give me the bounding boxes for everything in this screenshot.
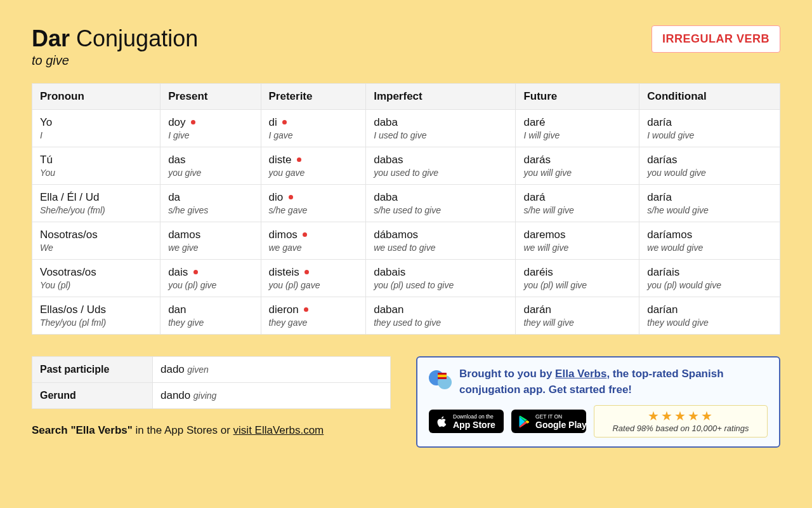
rating-text: Rated 98% based on 10,000+ ratings	[598, 424, 763, 433]
table-row: YoIdoy I givedi I gavedabaI used to give…	[32, 110, 780, 147]
gerund-label: Gerund	[32, 383, 153, 409]
conjugation-cell: daríasyou would give	[639, 147, 780, 185]
conjugation-cell: dio s/he gave	[261, 185, 366, 222]
participle-table: Past participle dado given Gerund dando …	[32, 356, 391, 409]
promo-text: Brought to you by Ella Verbs, the top-ra…	[459, 366, 768, 398]
table-column-header: Imperfect	[366, 84, 516, 110]
promo-box: Brought to you by Ella Verbs, the top-ra…	[416, 356, 780, 448]
conjugation-cell: darás/he will give	[516, 185, 639, 222]
conjugation-cell: dimos we gave	[261, 222, 366, 260]
conjugation-cell: dabas/he used to give	[366, 185, 516, 222]
past-participle-value: dado given	[153, 357, 391, 383]
table-row: Nosotras/osWedamoswe givedimos we gavedá…	[32, 222, 780, 260]
table-row: Ella / Él / UdShe/he/you (fml)das/he giv…	[32, 185, 780, 222]
conjugation-cell: doy I give	[160, 110, 261, 147]
irregular-dot-icon	[297, 157, 301, 162]
conjugation-cell: dabasyou used to give	[366, 147, 516, 185]
pronoun-cell: Vosotras/osYou (pl)	[32, 260, 160, 297]
conjugation-cell: disteis you (pl) gave	[261, 260, 366, 297]
conjugation-cell: dabaI used to give	[366, 110, 516, 147]
conjugation-cell: dieron they gave	[261, 297, 366, 335]
irregular-dot-icon	[282, 120, 287, 124]
conjugation-cell: daríamoswe would give	[639, 222, 780, 260]
conjugation-cell: dais you (pl) give	[160, 260, 261, 297]
apple-icon	[435, 415, 448, 428]
table-row: Vosotras/osYou (pl)dais you (pl) givedis…	[32, 260, 780, 297]
visit-ellaverbs-link[interactable]: visit EllaVerbs.com	[233, 424, 324, 436]
conjugation-cell: daríaisyou (pl) would give	[639, 260, 780, 297]
ellaverbs-logo-icon	[429, 366, 452, 389]
conjugation-cell: das/he gives	[160, 185, 261, 222]
table-column-header: Preterite	[261, 84, 366, 110]
google-play-icon	[518, 415, 530, 428]
table-column-header: Conditional	[639, 84, 780, 110]
pronoun-cell: Ella / Él / UdShe/he/you (fml)	[32, 185, 160, 222]
table-column-header: Future	[516, 84, 639, 110]
page-title: Dar Conjugation	[32, 25, 198, 52]
conjugation-cell: daréisyou (pl) will give	[516, 260, 639, 297]
pronoun-cell: YoI	[32, 110, 160, 147]
irregular-dot-icon	[303, 232, 307, 237]
google-play-badge[interactable]: GET IT ON Google Play	[511, 410, 586, 433]
conjugation-table: PronounPresentPreteriteImperfectFutureCo…	[32, 83, 780, 335]
conjugation-cell: damoswe give	[160, 222, 261, 260]
rating-box: ★★★★★ Rated 98% based on 10,000+ ratings	[594, 405, 768, 438]
conjugation-cell: daremoswe will give	[516, 222, 639, 260]
conjugation-cell: dábamoswe used to give	[366, 222, 516, 260]
conjugation-cell: daríanthey would give	[639, 297, 780, 335]
conjugation-cell: darásyou will give	[516, 147, 639, 185]
ellaverbs-link[interactable]: Ella Verbs	[555, 368, 606, 380]
conjugation-cell: danthey give	[160, 297, 261, 335]
table-row: TúYoudasyou givediste you gavedabasyou u…	[32, 147, 780, 185]
pronoun-cell: Nosotras/osWe	[32, 222, 160, 260]
conjugation-cell: dasyou give	[160, 147, 261, 185]
irregular-dot-icon	[304, 307, 308, 312]
table-row: Ellas/os / UdsThey/you (pl fml)danthey g…	[32, 297, 780, 335]
conjugation-cell: dabaisyou (pl) used to give	[366, 260, 516, 297]
conjugation-cell: diste you gave	[261, 147, 366, 185]
irregular-badge: IRREGULAR VERB	[652, 25, 780, 53]
table-column-header: Pronoun	[32, 84, 160, 110]
irregular-dot-icon	[289, 195, 293, 199]
gerund-value: dando giving	[153, 383, 391, 409]
irregular-dot-icon	[304, 270, 309, 274]
irregular-dot-icon	[191, 120, 195, 124]
pronoun-cell: TúYou	[32, 147, 160, 185]
conjugation-cell: darías/he would give	[639, 185, 780, 222]
search-instructions: Search "Ella Verbs" in the App Stores or…	[32, 424, 391, 437]
table-column-header: Present	[160, 84, 261, 110]
pronoun-cell: Ellas/os / UdsThey/you (pl fml)	[32, 297, 160, 335]
star-icons: ★★★★★	[598, 410, 763, 422]
conjugation-cell: daránthey will give	[516, 297, 639, 335]
verb-translation: to give	[32, 53, 198, 68]
conjugation-cell: di I gave	[261, 110, 366, 147]
irregular-dot-icon	[193, 270, 198, 274]
conjugation-cell: daríaI would give	[639, 110, 780, 147]
past-participle-label: Past participle	[32, 357, 153, 383]
app-store-badge[interactable]: Download on the App Store	[429, 410, 504, 433]
conjugation-cell: dabanthey used to give	[366, 297, 516, 335]
conjugation-cell: daréI will give	[516, 110, 639, 147]
